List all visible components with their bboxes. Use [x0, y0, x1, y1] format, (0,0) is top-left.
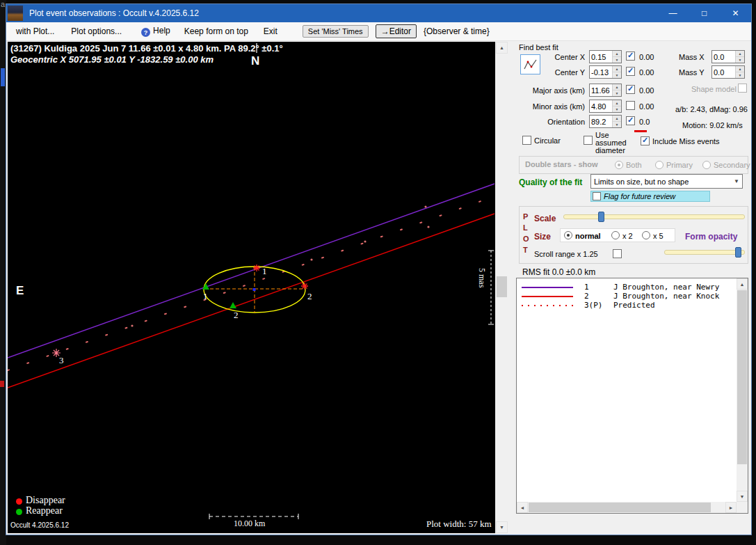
- radio-both[interactable]: [615, 161, 623, 169]
- observer-row[interactable]: 1 J Broughton, near Newry: [522, 283, 719, 292]
- menu-with-plot[interactable]: with Plot...: [16, 26, 54, 36]
- scroll-range-checkbox[interactable]: [613, 249, 622, 258]
- scroll-left-icon[interactable]: ◄: [517, 502, 528, 513]
- maximize-icon[interactable]: □: [689, 4, 720, 22]
- center-y-spinner[interactable]: ▲▼: [589, 65, 622, 79]
- listbox-horizontal-scrollbar[interactable]: ◄ ►: [517, 502, 737, 513]
- reappear-legend-icon: [16, 509, 22, 515]
- radio-primary[interactable]: [655, 161, 663, 169]
- center-x-fix-checkbox[interactable]: [626, 52, 635, 61]
- form-opacity-label[interactable]: Form opacity: [685, 232, 737, 242]
- spin-up-icon[interactable]: ▲: [736, 51, 744, 57]
- spin-up-icon[interactable]: ▲: [736, 66, 744, 72]
- minor-axis-input[interactable]: [590, 100, 612, 112]
- orientation-fix-checkbox[interactable]: [626, 116, 635, 125]
- scroll-range-slider-thumb[interactable]: [735, 247, 741, 258]
- center-y-input[interactable]: [590, 66, 612, 78]
- center-x-input[interactable]: [590, 51, 612, 63]
- spin-up-icon[interactable]: ▲: [613, 66, 621, 72]
- flag-review-checkbox[interactable]: [593, 192, 601, 200]
- major-axis-label: Major axis (km): [524, 86, 585, 95]
- spin-down-icon[interactable]: ▼: [613, 57, 621, 63]
- radio-secondary[interactable]: [702, 161, 711, 169]
- menu-help[interactable]: ?Help: [141, 26, 170, 38]
- close-icon[interactable]: ✕: [720, 4, 751, 22]
- titlebar: Plot event observations : Occult v.4.202…: [6, 4, 751, 22]
- disappear-marker-2: [301, 283, 308, 290]
- spin-up-icon[interactable]: ▲: [613, 84, 621, 90]
- major-axis-spinner[interactable]: ▲▼: [589, 84, 622, 97]
- scale-slider-thumb[interactable]: [598, 212, 604, 222]
- orientation-spinner[interactable]: ▲▼: [589, 115, 622, 128]
- menu-exit[interactable]: Exit: [264, 26, 278, 36]
- set-miss-times-button[interactable]: Set 'Miss' Times: [303, 25, 369, 38]
- spin-up-icon[interactable]: ▲: [613, 51, 621, 57]
- circular-checkbox[interactable]: [522, 136, 531, 145]
- scrollbar-thumb[interactable]: [497, 276, 507, 297]
- orientation-input[interactable]: [590, 116, 612, 127]
- scroll-right-icon[interactable]: ►: [725, 502, 737, 513]
- scroll-range-slider[interactable]: [664, 247, 745, 258]
- size-x2-radio[interactable]: [611, 231, 620, 239]
- window-controls: — □ ✕: [657, 4, 751, 22]
- editor-button[interactable]: →Editor: [376, 24, 417, 38]
- mass-x-input[interactable]: [712, 51, 735, 63]
- scroll-up-icon[interactable]: ▲: [737, 278, 748, 290]
- size-x5-radio[interactable]: [642, 231, 650, 239]
- major-axis-input[interactable]: [590, 84, 612, 96]
- spinner-arrows: ▲▼: [612, 51, 621, 63]
- observer-row[interactable]: 2 J Broughton, near Knock: [522, 292, 719, 301]
- plot-header-line1: (31267) Kuldiga 2025 Jun 7 11.66 ±0.01 x…: [10, 43, 283, 54]
- scroll-range-slider-track[interactable]: [664, 250, 745, 255]
- mass-x-spinner[interactable]: ▲▼: [711, 50, 745, 63]
- spin-down-icon[interactable]: ▼: [613, 106, 621, 112]
- spinner-arrows: ▲▼: [735, 51, 744, 63]
- spin-down-icon[interactable]: ▼: [736, 72, 744, 78]
- scroll-down-icon[interactable]: ▼: [737, 491, 748, 502]
- center-y-label: Center Y: [542, 68, 585, 77]
- find-best-fit-button[interactable]: [520, 54, 540, 74]
- use-assumed-checkbox[interactable]: [584, 136, 593, 145]
- spin-down-icon[interactable]: ▼: [736, 57, 744, 63]
- scrollbar-thumb[interactable]: [737, 290, 747, 464]
- scroll-down-icon[interactable]: ▼: [496, 521, 508, 533]
- minimize-icon[interactable]: —: [657, 4, 689, 22]
- marker-label-red-1: 1: [262, 266, 267, 277]
- plot-vertical-scrollbar[interactable]: ▲ ▼: [496, 42, 508, 533]
- major-axis-fix-checkbox[interactable]: [626, 85, 635, 94]
- mass-y-spinner[interactable]: ▲▼: [711, 65, 745, 79]
- quality-select[interactable]: Limits on size, but no shape ▼: [590, 174, 743, 189]
- scroll-up-icon[interactable]: ▲: [496, 42, 508, 54]
- minor-axis-spinner[interactable]: ▲▼: [589, 100, 622, 113]
- radio-secondary-label: Secondary: [714, 161, 750, 169]
- km-scale-label: 10.00 km: [234, 519, 265, 529]
- spin-down-icon[interactable]: ▼: [613, 122, 621, 127]
- spin-down-icon[interactable]: ▼: [613, 72, 621, 78]
- spin-up-icon[interactable]: ▲: [613, 116, 621, 122]
- scale-slider[interactable]: [563, 212, 745, 222]
- minor-axis-fix-checkbox[interactable]: [626, 101, 635, 110]
- spinner-arrows: ▲▼: [612, 100, 621, 112]
- menu-keep-on-top[interactable]: Keep form on top: [184, 26, 248, 36]
- observer-row[interactable]: 3(P) Predicted: [522, 301, 655, 310]
- center-y-fix-checkbox[interactable]: [626, 67, 635, 76]
- observer-number: 3(P): [584, 301, 613, 310]
- observer-time-button[interactable]: {Observer & time}: [424, 26, 490, 36]
- plot-area[interactable]: (31267) Kuldiga 2025 Jun 7 11.66 ±0.01 x…: [8, 42, 495, 533]
- plot-letter-o: O: [523, 235, 529, 243]
- center-x-spinner[interactable]: ▲▼: [589, 50, 622, 63]
- spinner-arrows: ▲▼: [735, 66, 744, 78]
- menu-plot-options[interactable]: Plot options...: [71, 26, 122, 36]
- scatter-dot: [364, 240, 366, 242]
- chevron-down-icon[interactable]: ▼: [731, 178, 742, 184]
- listbox-vertical-scrollbar[interactable]: ▲ ▼: [737, 278, 748, 502]
- spin-down-icon[interactable]: ▼: [613, 90, 621, 96]
- include-miss-checkbox[interactable]: [641, 136, 650, 145]
- scale-slider-track[interactable]: [563, 214, 745, 219]
- observers-listbox[interactable]: 1 J Broughton, near Newry 2 J Broughton,…: [516, 278, 748, 514]
- shape-model-checkbox[interactable]: [738, 84, 747, 93]
- mass-y-input[interactable]: [712, 66, 735, 78]
- spin-up-icon[interactable]: ▲: [613, 100, 621, 106]
- size-normal-radio[interactable]: [564, 231, 572, 239]
- scrollbar-thumb[interactable]: [529, 503, 711, 512]
